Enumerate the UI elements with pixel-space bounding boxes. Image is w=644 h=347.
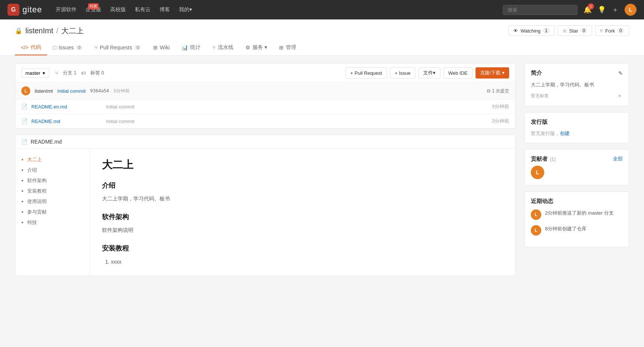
readme-title: 大二上 (102, 158, 503, 172)
add-icon[interactable]: ＋ (612, 5, 619, 14)
commit-info-row: L listenImt Initial commit 9364a54 3分钟前 … (15, 83, 515, 99)
activity-avatar-0[interactable]: L (531, 209, 541, 220)
file-name-1[interactable]: README.md (31, 119, 106, 124)
activity-avatar-1[interactable]: L (531, 225, 541, 236)
repo-title: 🔒 listenImt / 大二上 (15, 26, 84, 36)
branch-icon: ⑂ (55, 70, 58, 76)
tab-services[interactable]: ⚙ 服务 ▾ (239, 40, 273, 55)
watching-label: Watching (520, 28, 541, 34)
watching-button[interactable]: 👁 Watching 1 (508, 25, 554, 36)
nav-right-area: 🔔 1 💡 ＋ L (503, 4, 637, 16)
release-section-title: 发行版 (531, 119, 623, 126)
activity-item-1: L 8分钟前创建了仓库 (531, 225, 623, 236)
file-time-1: 3分钟前 (492, 118, 509, 125)
nav-item-mine[interactable]: 我的▾ (179, 6, 192, 13)
fork-button[interactable]: ⑂ Fork 0 (595, 25, 629, 36)
commit-count-text[interactable]: 1 次提交 (492, 88, 509, 94)
contributors-all-link[interactable]: 全部 (613, 156, 623, 162)
file-name-0[interactable]: README.en.md (31, 104, 106, 110)
intro-section-title: 简介 ✎ (531, 70, 623, 77)
main-content: master ▾ ⑂ 分支 1 🏷 标签 0 + Pull Request + … (0, 56, 644, 283)
star-count: 0 (580, 28, 588, 34)
lightbulb-icon[interactable]: 💡 (598, 6, 606, 14)
right-panel: 简介 ✎ 大二上学期，学习代码、板书 暂无标签 ＋ 发行版 暂无发行版，创建 贡… (524, 63, 629, 276)
activity-text-1: 8分钟前创建了仓库 (545, 225, 586, 233)
clone-download-button[interactable]: 克隆/下载 ▾ (476, 67, 509, 79)
repo-name[interactable]: 大二上 (61, 26, 84, 36)
web-ide-button[interactable]: Web IDE (443, 67, 473, 79)
chevron-down-icon: ▾ (43, 70, 45, 76)
file-table: L listenImt Initial commit 9364a54 3分钟前 … (15, 83, 515, 129)
sidebar-contributors-section: 贡献者 (1) 全部 L (524, 149, 629, 185)
activity-text-0: 2分钟前推送了新的 master 分支 (545, 209, 614, 217)
pipeline-icon: ⑂ (213, 44, 216, 50)
star-icon: ☆ (563, 28, 567, 34)
commit-message[interactable]: Initial commit (57, 88, 86, 94)
toc-item-0[interactable]: 大二上 (27, 156, 84, 163)
activity-item-0: L 2分钟前推送了新的 master 分支 (531, 209, 623, 220)
file-row: 📄 README.en.md Initial commit 3分钟前 (15, 99, 515, 114)
branch-bar: master ▾ ⑂ 分支 1 🏷 标签 0 + Pull Request + … (15, 63, 515, 83)
nav-item-blog[interactable]: 博客 (160, 6, 170, 13)
readme-install-list: xxxx (102, 257, 503, 267)
toc-item-3[interactable]: 安装教程 (27, 188, 84, 194)
nav-item-enterprise[interactable]: 企业版 特惠 (86, 6, 101, 13)
file-button[interactable]: 文件▾ (418, 67, 440, 79)
toc-item-5[interactable]: 参与贡献 (27, 209, 84, 215)
services-icon: ⚙ (245, 44, 250, 50)
branch-info: ⑂ 分支 1 🏷 标签 0 (55, 70, 104, 76)
tab-manage[interactable]: ⊞ 管理 (273, 40, 302, 55)
commit-time: 3分钟前 (114, 88, 130, 94)
nav-item-opensrc[interactable]: 开源软件 (56, 6, 77, 13)
issues-badge: 0 (76, 45, 83, 50)
readme-section-install-heading: 安装教程 (102, 244, 503, 253)
no-tag-label: 暂无标签 (531, 93, 549, 99)
file-row: 📄 README.md Initial commit 3分钟前 (15, 114, 515, 128)
contributors-title: 贡献者 (531, 156, 548, 163)
toc-item-1[interactable]: 介绍 (27, 167, 84, 174)
tab-pullrequests[interactable]: ⑂ Pull Requests 0 (89, 40, 147, 55)
gitee-logo-text: gitee (22, 5, 42, 15)
logo-area[interactable]: G gitee (7, 4, 42, 16)
repo-title-row: 🔒 listenImt / 大二上 👁 Watching 1 ☆ Star 0 … (15, 25, 629, 40)
tab-pipeline[interactable]: ⑂ 流水线 (207, 40, 239, 55)
repo-tabs: </> 代码 □ Issues 0 ⑂ Pull Requests 0 ⊞ Wi… (15, 40, 629, 55)
intro-description: 大二上学期，学习代码、板书 (531, 81, 623, 89)
pr-badge: 0 (134, 45, 141, 50)
create-release-link[interactable]: 创建 (560, 130, 570, 136)
toc-item-2[interactable]: 软件架构 (27, 177, 84, 184)
manage-icon: ⊞ (279, 44, 284, 50)
issue-button[interactable]: + Issue (390, 67, 415, 79)
notification-icon[interactable]: 🔔 1 (583, 6, 592, 14)
left-panel: master ▾ ⑂ 分支 1 🏷 标签 0 + Pull Request + … (15, 63, 515, 276)
pull-request-button[interactable]: + Pull Request (346, 67, 387, 79)
readme-section-arch-text: 软件架构说明 (102, 226, 503, 235)
commit-hash[interactable]: 9364a54 (90, 88, 109, 93)
star-button[interactable]: ☆ Star 0 (558, 25, 592, 36)
user-avatar[interactable]: L (625, 4, 637, 16)
tab-issues[interactable]: □ Issues 0 (47, 40, 89, 55)
code-icon: </> (21, 44, 28, 50)
toc-item-4[interactable]: 使用说明 (27, 198, 84, 205)
branch-select-button[interactable]: master ▾ (21, 68, 49, 78)
search-input[interactable] (503, 5, 578, 15)
activity-section-title: 近期动态 (531, 198, 623, 205)
contributor-avatar-0[interactable]: L (531, 166, 544, 179)
issues-icon: □ (53, 44, 56, 50)
nav-item-university[interactable]: 高校版 (110, 6, 126, 13)
commit-author-avatar[interactable]: L (21, 86, 30, 95)
readme-file-icon: 📄 (21, 139, 28, 145)
edit-intro-icon[interactable]: ✎ (618, 70, 623, 76)
tab-code[interactable]: </> 代码 (15, 40, 47, 55)
repo-owner[interactable]: listenImt (25, 27, 53, 35)
readme-toc: 大二上 介绍 软件架构 安装教程 使用说明 参与贡献 特技 (15, 149, 90, 276)
file-commit-msg-1: Initial commit (106, 119, 492, 124)
toc-item-6[interactable]: 特技 (27, 219, 84, 226)
nav-item-private-cloud[interactable]: 私有云 (135, 6, 151, 13)
pr-icon: ⑂ (95, 44, 97, 50)
fork-label: Fork (605, 28, 615, 34)
contributors-header-row: 贡献者 (1) 全部 (531, 156, 623, 163)
tab-stats[interactable]: 📊 统计 (176, 40, 207, 55)
add-tag-button[interactable]: ＋ (617, 92, 623, 100)
tab-wiki[interactable]: ⊞ Wiki (147, 40, 176, 55)
